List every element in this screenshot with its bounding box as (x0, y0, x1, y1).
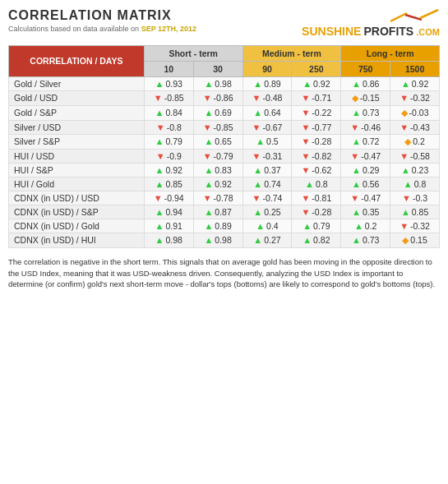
numeric-value: 0.27 (264, 235, 280, 245)
direction-arrow: ▲ (155, 179, 164, 189)
direction-arrow: ▼ (350, 193, 359, 203)
cell-value: ▲0.84 (144, 105, 193, 120)
cell-value: ▲0.73 (341, 233, 390, 247)
col-250: 250 (292, 61, 341, 76)
cell-value: ▲0.79 (292, 219, 341, 233)
cell-value: ▲0.92 (193, 177, 242, 191)
header-date: SEP 12TH, 2012 (141, 25, 196, 33)
numeric-value: 0.92 (313, 79, 330, 89)
numeric-value: -0.3 (413, 193, 427, 203)
numeric-value: 0.35 (363, 207, 379, 217)
cell-value: ▼-0.79 (193, 149, 242, 163)
numeric-value: 0.23 (412, 165, 428, 175)
cell-value: ▼-0.71 (292, 90, 341, 105)
cell-value: ▼-0.28 (292, 205, 341, 219)
numeric-value: 0.69 (215, 108, 231, 118)
direction-arrow: ▼ (156, 151, 165, 161)
numeric-value: -0.47 (361, 193, 381, 203)
numeric-value: -0.28 (312, 207, 331, 217)
numeric-value: -0.46 (361, 122, 381, 132)
col-10: 10 (144, 61, 193, 76)
numeric-value: -0.28 (312, 136, 331, 146)
direction-arrow: ▲ (155, 221, 164, 231)
numeric-value: -0.03 (409, 108, 429, 118)
row-label: HUI / Gold (9, 177, 145, 191)
direction-arrow: ▲ (253, 108, 262, 118)
row-label: CDNX (in USD) / USD (9, 191, 145, 205)
table-row: Gold / Silver▲0.93▲0.98▲0.89▲0.92▲0.86▲0… (9, 76, 440, 90)
table-body: Gold / Silver▲0.93▲0.98▲0.89▲0.92▲0.86▲0… (9, 76, 440, 247)
direction-arrow: ◆ (401, 108, 408, 118)
col-750: 750 (341, 61, 390, 76)
direction-arrow: ▼ (301, 136, 310, 146)
logo-svg (390, 8, 440, 23)
numeric-value: -0.15 (360, 93, 380, 103)
numeric-value: 0.92 (165, 165, 182, 175)
cell-value: ▼-0.94 (144, 191, 193, 205)
group-short: Short - term (144, 45, 242, 61)
direction-arrow: ▲ (352, 108, 361, 118)
cell-value: ▲0.91 (144, 219, 193, 233)
row-label: CDNX (in USD) / HUI (9, 233, 145, 247)
direction-arrow: ▼ (400, 122, 409, 132)
direction-arrow: ▲ (354, 221, 363, 231)
cell-value: ▲0.92 (144, 163, 193, 177)
cell-value: ▲0.27 (242, 233, 292, 247)
cell-value: ▲0.92 (390, 76, 440, 90)
direction-arrow: ▲ (256, 136, 265, 146)
numeric-value: -0.22 (312, 108, 331, 118)
numeric-value: -0.79 (214, 151, 233, 161)
numeric-value: -0.85 (164, 93, 184, 103)
direction-arrow: ▼ (301, 108, 310, 118)
subtitle: Calculations based on data available on … (8, 25, 196, 33)
direction-arrow: ▲ (204, 79, 213, 89)
cell-value: ◆-0.03 (390, 105, 440, 120)
direction-arrow: ▲ (155, 235, 164, 245)
cell-value: ▲0.64 (242, 105, 292, 120)
numeric-value: -0.32 (410, 221, 430, 231)
numeric-value: -0.62 (312, 165, 331, 175)
cell-value: ▲0.23 (390, 163, 440, 177)
cell-value: ▼-0.47 (341, 191, 390, 205)
direction-arrow: ▲ (303, 235, 312, 245)
direction-arrow: ▼ (402, 193, 411, 203)
direction-arrow: ▲ (303, 79, 312, 89)
cell-value: ▲0.86 (341, 76, 390, 90)
logo-domain: .COM (416, 27, 440, 37)
cell-value: ▲0.98 (193, 233, 242, 247)
cell-value: ▼-0.9 (144, 149, 193, 163)
cell-value: ▲0.92 (292, 76, 341, 90)
cell-value: ▲0.8 (390, 177, 440, 191)
cell-value: ▲0.73 (341, 105, 390, 120)
numeric-value: -0.82 (312, 151, 331, 161)
row-label: HUI / USD (9, 149, 145, 163)
numeric-value: 0.25 (264, 207, 280, 217)
cell-value: ▼-0.58 (390, 149, 440, 163)
footer-text: The correlation is negative in the short… (8, 256, 440, 290)
direction-arrow: ▲ (404, 179, 413, 189)
cell-value: ▼-0.48 (242, 90, 292, 105)
logo-text: SUNSHINE PROFITS .COM (302, 25, 440, 39)
cell-value: ▼-0.62 (292, 163, 341, 177)
direction-arrow: ▼ (400, 151, 409, 161)
direction-arrow: ◆ (404, 136, 411, 147)
direction-arrow: ▼ (154, 193, 163, 203)
direction-arrow: ▼ (252, 93, 261, 103)
direction-arrow: ▲ (204, 235, 213, 245)
cell-value: ▲0.29 (341, 163, 390, 177)
direction-arrow: ▲ (303, 221, 312, 231)
numeric-value: 0.8 (414, 179, 427, 189)
numeric-value: 0.84 (165, 108, 182, 118)
logo-sunshine: SUNSHINE (302, 25, 361, 38)
numeric-value: 0.73 (363, 108, 379, 118)
numeric-value: -0.31 (262, 151, 282, 161)
cell-value: ▲0.87 (193, 205, 242, 219)
direction-arrow: ▲ (204, 179, 213, 189)
numeric-value: 0.82 (313, 235, 330, 245)
cell-value: ▲0.82 (292, 233, 341, 247)
cell-value: ▼-0.43 (390, 120, 440, 134)
numeric-value: -0.9 (167, 151, 182, 161)
numeric-value: 0.89 (215, 221, 231, 231)
numeric-value: 0.73 (363, 235, 379, 245)
row-label: Gold / USD (9, 90, 145, 105)
